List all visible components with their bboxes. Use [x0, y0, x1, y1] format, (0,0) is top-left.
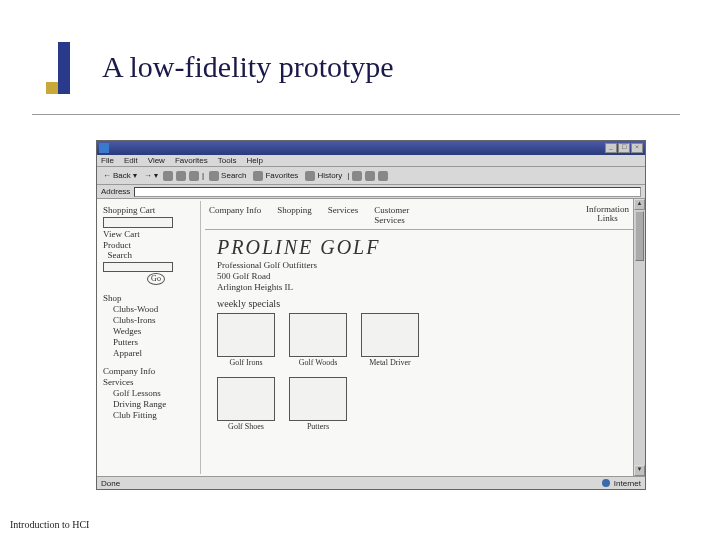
home-icon[interactable] [189, 171, 199, 181]
ie-icon [99, 143, 109, 153]
special-thumbnail [217, 313, 275, 357]
special-label: Golf Irons [229, 358, 262, 367]
mail-icon[interactable] [352, 171, 362, 181]
scroll-up-arrow[interactable]: ▲ [634, 199, 645, 210]
sidebar-view-cart[interactable]: View Cart [103, 229, 198, 239]
sidebar-divider [200, 201, 201, 474]
menu-edit[interactable]: Edit [124, 156, 138, 165]
nav-shopping[interactable]: Shopping [277, 205, 312, 225]
special-label: Golf Shoes [228, 422, 264, 431]
nav-services[interactable]: Services [328, 205, 359, 225]
status-bar: Done Internet [97, 476, 645, 489]
hero-subtitle-3: Arlington Heights IL [217, 282, 621, 292]
sketch-prototype: Shopping Cart View Cart Product Search G… [97, 199, 633, 476]
go-button[interactable]: Go [147, 273, 165, 285]
sidebar-product-search: Product Search [103, 240, 198, 260]
sidebar-putters[interactable]: Putters [103, 337, 198, 347]
special-label: Putters [307, 422, 329, 431]
internet-zone-icon [602, 479, 610, 487]
favorites-button[interactable]: Favorites [251, 171, 300, 181]
sidebar-apparel[interactable]: Apparel [103, 348, 198, 358]
toolbar-separator: | [347, 171, 349, 180]
sidebar-golf-lessons[interactable]: Golf Lessons [103, 388, 198, 398]
maximize-button[interactable]: □ [618, 143, 630, 153]
special-item[interactable]: Metal Driver [361, 313, 419, 367]
special-thumbnail [289, 313, 347, 357]
special-item[interactable]: Golf Shoes [217, 377, 275, 431]
special-thumbnail [289, 377, 347, 421]
sidebar-shopping-cart: Shopping Cart [103, 205, 198, 215]
sidebar-clubs-wood[interactable]: Clubs-Wood [103, 304, 198, 314]
sidebar-company-info[interactable]: Company Info [103, 366, 198, 376]
specials-row-2: Golf Shoes Putters [205, 375, 633, 433]
history-button[interactable]: History [303, 171, 344, 181]
address-input[interactable] [134, 187, 641, 197]
window-controls: _ □ × [605, 143, 643, 153]
top-nav: Company Info Shopping Services Customer … [205, 199, 633, 230]
hero-subtitle-1: Professional Golf Outfitters [217, 260, 621, 270]
menu-view[interactable]: View [148, 156, 165, 165]
scroll-down-arrow[interactable]: ▼ [634, 465, 645, 476]
search-input-sketch[interactable] [103, 262, 173, 272]
menu-file[interactable]: File [101, 156, 114, 165]
hero-subtitle-2: 500 Golf Road [217, 271, 621, 281]
special-thumbnail [361, 313, 419, 357]
menu-help[interactable]: Help [246, 156, 262, 165]
sketch-main: Company Info Shopping Services Customer … [205, 199, 633, 476]
content-viewport: Shopping Cart View Cart Product Search G… [97, 199, 645, 476]
sketch-sidebar: Shopping Cart View Cart Product Search G… [103, 205, 198, 421]
nav-company-info[interactable]: Company Info [209, 205, 261, 225]
history-icon [305, 171, 315, 181]
browser-window: _ □ × File Edit View Favorites Tools Hel… [96, 140, 646, 490]
sidebar-clubs-irons[interactable]: Clubs-Irons [103, 315, 198, 325]
special-item[interactable]: Golf Woods [289, 313, 347, 367]
search-button[interactable]: Search [207, 171, 248, 181]
specials-row-1: Golf Irons Golf Woods Metal Driver [205, 311, 633, 369]
close-button[interactable]: × [631, 143, 643, 153]
menu-bar: File Edit View Favorites Tools Help [97, 155, 645, 167]
special-label: Golf Woods [299, 358, 338, 367]
search-icon [209, 171, 219, 181]
toolbar: ← Back ▾ → ▾ | Search Favorites History … [97, 167, 645, 185]
hero-title: PROLINE GOLF [217, 236, 621, 259]
sidebar-wedges[interactable]: Wedges [103, 326, 198, 336]
toolbar-separator: | [202, 171, 204, 180]
sidebar-driving-range[interactable]: Driving Range [103, 399, 198, 409]
edit-icon[interactable] [378, 171, 388, 181]
special-item[interactable]: Putters [289, 377, 347, 431]
slide-title: A low-fidelity prototype [102, 50, 394, 84]
back-button[interactable]: ← Back ▾ [101, 171, 139, 180]
menu-favorites[interactable]: Favorites [175, 156, 208, 165]
print-icon[interactable] [365, 171, 375, 181]
special-item[interactable]: Golf Irons [217, 313, 275, 367]
vertical-scrollbar[interactable]: ▲ ▼ [633, 199, 645, 476]
status-left: Done [101, 479, 120, 488]
scroll-thumb[interactable] [635, 211, 644, 261]
weekly-specials-label: weekly specials [205, 296, 633, 311]
hero: PROLINE GOLF Professional Golf Outfitter… [205, 230, 633, 296]
minimize-button[interactable]: _ [605, 143, 617, 153]
browser-titlebar: _ □ × [97, 141, 645, 155]
menu-tools[interactable]: Tools [218, 156, 237, 165]
slide-decor-rule [32, 114, 680, 115]
cart-image-placeholder [103, 217, 173, 228]
slide-decor-square [46, 82, 58, 94]
sidebar-services: Services [103, 377, 198, 387]
address-label: Address [101, 187, 130, 196]
refresh-icon[interactable] [176, 171, 186, 181]
favorites-icon [253, 171, 263, 181]
special-thumbnail [217, 377, 275, 421]
special-label: Metal Driver [369, 358, 411, 367]
slide-footer: Introduction to HCI [10, 519, 89, 530]
nav-customer-services[interactable]: Customer Services [374, 205, 409, 225]
forward-button[interactable]: → ▾ [142, 171, 160, 180]
sidebar-shop: Shop [103, 293, 198, 303]
nav-information-links[interactable]: Information Links [586, 205, 629, 223]
stop-icon[interactable] [163, 171, 173, 181]
address-bar: Address [97, 185, 645, 199]
sidebar-club-fitting[interactable]: Club Fitting [103, 410, 198, 420]
status-right: Internet [614, 479, 641, 488]
slide-decor-vertical [58, 42, 70, 94]
